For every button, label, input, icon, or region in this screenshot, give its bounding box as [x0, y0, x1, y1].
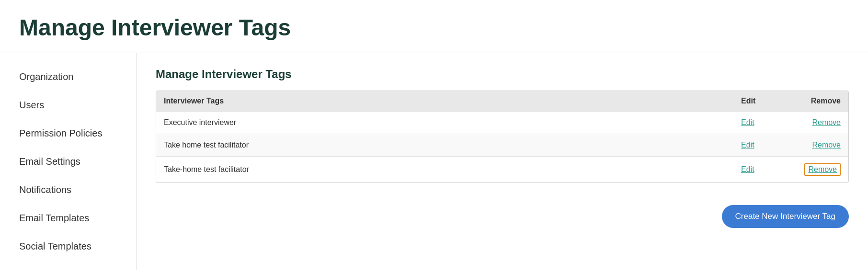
tags-table: Interviewer Tags Edit Remove Executive i… [156, 91, 848, 182]
table-row: Executive interviewerEditRemove [156, 112, 848, 134]
page-title: Manage Interviewer Tags [0, 0, 868, 53]
table-body: Executive interviewerEditRemoveTake home… [156, 112, 848, 183]
sidebar-item-notifications[interactable]: Notifications [0, 176, 136, 204]
tags-table-container: Interviewer Tags Edit Remove Executive i… [156, 91, 849, 183]
tag-name-cell: Take-home test facilitator [156, 157, 733, 183]
table-row: Take home test facilitatorEditRemove [156, 134, 848, 157]
section-title: Manage Interviewer Tags [156, 68, 849, 81]
sidebar-item-email-templates[interactable]: Email Templates [0, 204, 136, 232]
sidebar-item-organization[interactable]: Organization [0, 63, 136, 91]
tag-name-cell: Take home test facilitator [156, 134, 733, 157]
edit-cell: Edit [733, 134, 791, 157]
sidebar-item-social-templates[interactable]: Social Templates [0, 232, 136, 261]
action-row: Create New Interviewer Tag [156, 197, 849, 230]
remove-cell: Remove [791, 157, 848, 183]
col-header-edit: Edit [733, 91, 791, 112]
create-new-tag-button[interactable]: Create New Interviewer Tag [722, 205, 849, 228]
remove-cell: Remove [791, 112, 848, 134]
main-content: Manage Interviewer Tags Interviewer Tags… [137, 53, 868, 270]
remove-link-row-0[interactable]: Remove [812, 118, 841, 126]
remove-link-row-1[interactable]: Remove [812, 141, 841, 149]
col-header-remove: Remove [791, 91, 848, 112]
sidebar-item-email-settings[interactable]: Email Settings [0, 148, 136, 176]
sidebar-item-permission-policies[interactable]: Permission Policies [0, 119, 136, 148]
tag-name-cell: Executive interviewer [156, 112, 733, 134]
edit-link-row-0[interactable]: Edit [741, 118, 754, 126]
table-row: Take-home test facilitatorEditRemove [156, 157, 848, 183]
edit-link-row-2[interactable]: Edit [741, 165, 754, 173]
remove-link-row-2[interactable]: Remove [804, 163, 841, 176]
table-header-row: Interviewer Tags Edit Remove [156, 91, 848, 112]
edit-cell: Edit [733, 157, 791, 183]
edit-link-row-1[interactable]: Edit [741, 141, 754, 149]
sidebar-item-users[interactable]: Users [0, 91, 136, 119]
remove-cell: Remove [791, 134, 848, 157]
col-header-tag: Interviewer Tags [156, 91, 733, 112]
sidebar: OrganizationUsersPermission PoliciesEmai… [0, 53, 137, 270]
edit-cell: Edit [733, 112, 791, 134]
